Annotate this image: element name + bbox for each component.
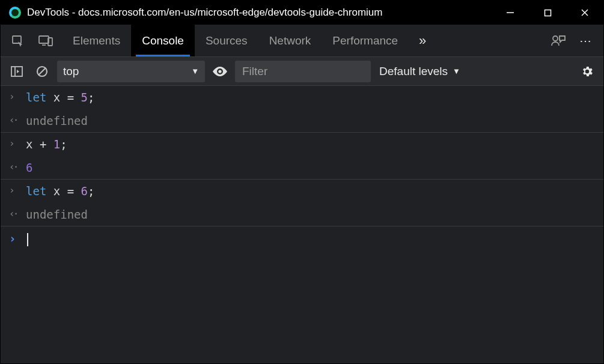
tab-network[interactable]: Network [258, 25, 322, 56]
svg-point-13 [218, 70, 221, 73]
input-marker-icon: › [9, 183, 20, 198]
console-output[interactable]: ›let x = 5;‹·undefined›x + 1;‹·6›let x =… [1, 86, 603, 363]
filter-placeholder: Filter [242, 65, 267, 78]
console-entry: ›let x = 6; [1, 180, 603, 203]
close-button[interactable] [566, 1, 603, 25]
console-settings-icon[interactable] [577, 61, 597, 82]
chevron-down-icon: ▼ [191, 67, 199, 76]
console-prompt[interactable]: › [1, 226, 603, 251]
svg-rect-4 [13, 36, 21, 43]
title-bar: DevTools - docs.microsoft.com/en-us/micr… [1, 1, 603, 25]
window-title: DevTools - docs.microsoft.com/en-us/micr… [27, 7, 382, 19]
output-marker-icon: ‹· [9, 113, 20, 127]
svg-point-8 [553, 36, 558, 41]
text-cursor [27, 233, 28, 246]
more-options-icon[interactable]: ⋯ [572, 25, 600, 56]
filter-input[interactable]: Filter [235, 61, 371, 82]
svg-line-12 [39, 68, 46, 74]
app-icon [9, 7, 21, 19]
tab-label: Console [142, 34, 184, 47]
svg-rect-1 [545, 10, 551, 16]
console-entry: ›let x = 5; [1, 86, 603, 109]
inspect-element-icon[interactable] [4, 25, 32, 56]
console-entry: ‹·undefined [1, 109, 603, 133]
tab-list: Elements Console Sources Network Perform… [62, 25, 409, 56]
tab-label: Elements [73, 34, 120, 47]
context-select-value: top [63, 65, 79, 78]
console-entry: ‹·6 [1, 156, 603, 180]
window-controls [492, 1, 603, 25]
tab-console[interactable]: Console [131, 25, 195, 56]
tab-label: Network [269, 34, 311, 47]
prompt-marker-icon: › [9, 230, 16, 247]
console-entry: ‹·undefined [1, 203, 603, 226]
live-expression-icon[interactable] [210, 61, 230, 82]
maximize-button[interactable] [529, 1, 566, 25]
tab-label: Sources [206, 34, 248, 47]
minimize-button[interactable] [492, 1, 529, 25]
more-tabs-icon[interactable]: » [409, 25, 436, 56]
output-marker-icon: ‹· [9, 160, 20, 174]
clear-console-icon[interactable] [32, 61, 52, 82]
toggle-sidebar-icon[interactable] [7, 61, 27, 82]
svg-rect-5 [39, 36, 49, 43]
console-toolbar: top ▼ Filter Default levels ▼ [1, 57, 603, 86]
tab-sources[interactable]: Sources [195, 25, 258, 56]
toggle-device-icon[interactable] [32, 25, 59, 56]
input-marker-icon: › [9, 89, 20, 104]
feedback-icon[interactable] [545, 25, 572, 56]
chevron-down-icon: ▼ [453, 67, 460, 76]
input-marker-icon: › [9, 136, 20, 151]
log-levels-label: Default levels [379, 65, 448, 78]
tab-performance[interactable]: Performance [322, 25, 409, 56]
tab-elements[interactable]: Elements [62, 25, 131, 56]
context-select[interactable]: top ▼ [57, 61, 205, 82]
console-entry: ›x + 1; [1, 133, 603, 156]
tab-label: Performance [332, 34, 398, 47]
log-levels-select[interactable]: Default levels ▼ [379, 65, 460, 78]
devtools-tabbar: Elements Console Sources Network Perform… [1, 25, 603, 57]
output-marker-icon: ‹· [9, 207, 20, 221]
